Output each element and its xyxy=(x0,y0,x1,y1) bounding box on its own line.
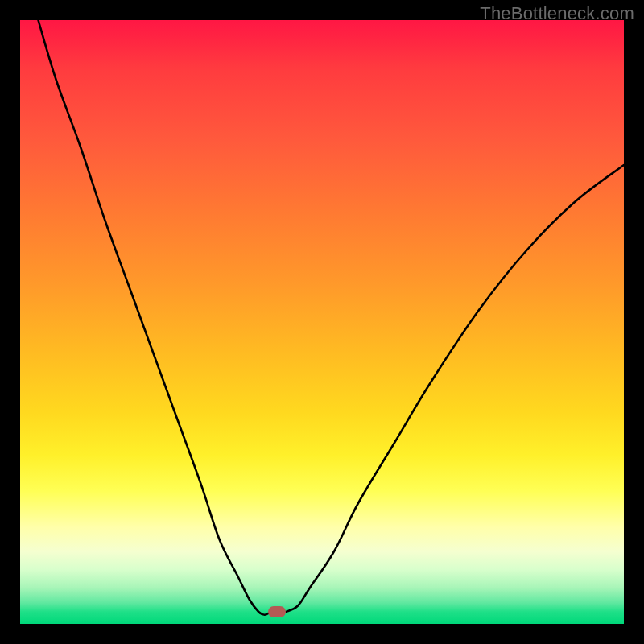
curve-right-branch xyxy=(286,165,624,612)
curve-left-branch xyxy=(39,20,271,615)
watermark-text: TheBottleneck.com xyxy=(480,3,634,24)
plot-area xyxy=(20,20,624,624)
bottleneck-curve xyxy=(20,20,624,624)
chart-frame: TheBottleneck.com xyxy=(0,0,644,644)
bottleneck-marker xyxy=(268,606,286,617)
